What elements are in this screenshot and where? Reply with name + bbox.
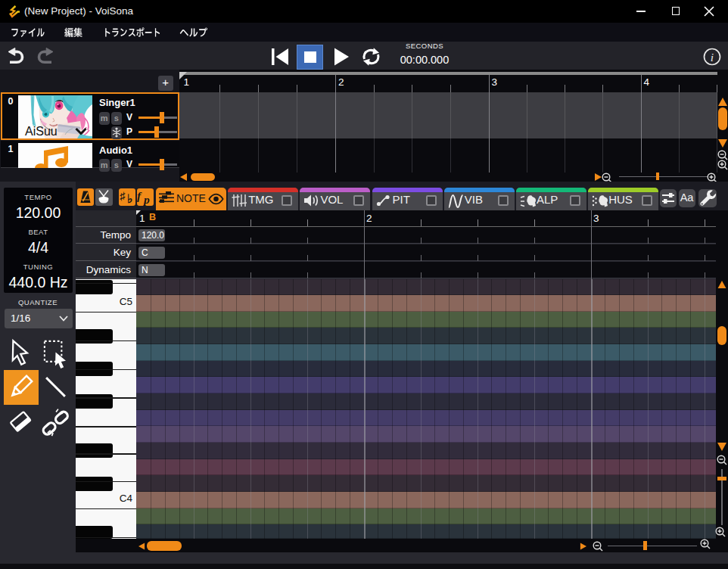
svg-text:i: i bbox=[711, 51, 714, 64]
svg-text:p: p bbox=[142, 193, 150, 206]
svg-text:f: f bbox=[137, 188, 142, 201]
svg-text:♭: ♭ bbox=[127, 192, 132, 205]
svg-text:♯: ♯ bbox=[120, 189, 126, 201]
svg-text:AiSuu: AiSuu bbox=[25, 125, 58, 138]
